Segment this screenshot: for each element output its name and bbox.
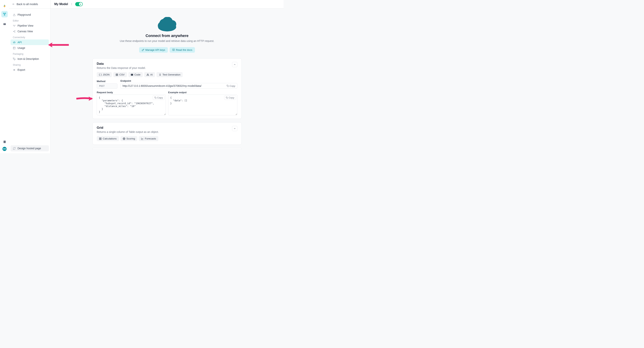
request-body-col: Request body Copy{ "parameters": { "hubs… — [97, 91, 166, 115]
sidebar-item-pipeline[interactable]: Pipeline View — [10, 23, 49, 29]
sidebar-section-editor: Editor — [10, 18, 49, 23]
sidebar-item-playground[interactable]: Playground — [10, 12, 49, 18]
svg-rect-8 — [14, 26, 15, 27]
svg-point-14 — [72, 4, 72, 4]
copy-output-button[interactable]: Copy — [224, 96, 236, 100]
toggle-knob — [79, 3, 82, 6]
sidebar-item-usage[interactable]: Usage — [10, 45, 49, 51]
back-to-models-link[interactable]: Back to all models — [12, 3, 38, 6]
data-tabs: JSON CSV Code AI Text Generation — [97, 72, 237, 77]
sidebar-section-sharing: Sharing — [10, 62, 49, 67]
copy-label: Copy — [157, 96, 163, 99]
tab-calculations[interactable]: Calculations — [97, 136, 119, 141]
svg-rect-7 — [15, 25, 16, 26]
rail-models-icon[interactable] — [1, 11, 8, 17]
copy-label: Copy — [230, 85, 235, 87]
request-body-label: Request body — [97, 91, 166, 94]
sidebar-section-packaging: Packaging — [10, 51, 49, 56]
copy-request-button[interactable]: Copy — [153, 96, 164, 100]
svg-rect-6 — [13, 25, 14, 26]
hero-subtitle: Use these endpoints to run your model an… — [54, 40, 280, 43]
example-output-col: Example output Copy{ "data": [] } — [168, 91, 237, 115]
tab-csv[interactable]: CSV — [113, 72, 127, 77]
svg-rect-21 — [227, 86, 229, 87]
svg-rect-12 — [13, 47, 15, 49]
sidebar-item-api[interactable]: API — [10, 40, 49, 45]
tab-label: AI — [150, 73, 153, 76]
topbar: My Model — [50, 0, 284, 9]
tab-json[interactable]: JSON — [97, 72, 112, 77]
svg-point-11 — [15, 32, 15, 33]
request-body-box[interactable]: Copy{ "parameters": { "hubspot_record_id… — [97, 95, 166, 115]
sidebar-item-label: Pipeline View — [18, 24, 33, 27]
example-output-content: { "data": [] } — [170, 96, 187, 105]
tab-scoring[interactable]: Scoring — [120, 136, 138, 141]
svg-rect-5 — [4, 141, 6, 143]
sidebar-body: Playground Editor Pipeline View Canvas V… — [9, 9, 50, 74]
svg-rect-4 — [4, 23, 6, 24]
copy-label: Copy — [229, 96, 234, 99]
sidebar-item-canvas[interactable]: Canvas View — [10, 29, 49, 34]
svg-rect-22 — [155, 97, 156, 99]
svg-rect-20 — [131, 74, 133, 76]
design-hosted-page-button[interactable]: Design hosted page — [10, 145, 49, 151]
model-enabled-toggle[interactable] — [75, 2, 83, 6]
hero-title: Connect from anywhere — [54, 34, 280, 38]
tab-text-generation[interactable]: Text Generation — [156, 72, 183, 77]
tab-label: Forecasts — [145, 137, 156, 140]
sidebar-item-export[interactable]: Export — [10, 67, 49, 73]
card-header: Data Returns the Data response of your m… — [97, 62, 237, 70]
svg-rect-25 — [100, 138, 101, 138]
copy-endpoint-button[interactable]: Copy — [226, 85, 235, 87]
endpoint-row: Method POST Endpoint http://127.0.0.1:80… — [97, 80, 237, 89]
button-label: Read the docs — [176, 49, 192, 51]
card-header: Grid Returns a single column of Table ou… — [97, 126, 237, 133]
endpoint-value[interactable]: http://127.0.0.1:8000/usesummitcom-41lgw… — [122, 84, 226, 87]
example-output-label: Example output — [168, 91, 237, 94]
svg-point-9 — [14, 31, 14, 32]
request-body-content: { "parameters": { "hubspot_record_id": "… — [99, 96, 154, 113]
rail-help-icon[interactable] — [1, 139, 8, 145]
tab-forecasts[interactable]: Forecasts — [139, 136, 158, 141]
svg-point-18 — [167, 21, 174, 27]
card-subtitle: Returns a single column of Table output … — [97, 130, 159, 133]
svg-rect-23 — [226, 97, 228, 99]
svg-point-10 — [15, 30, 15, 31]
tab-ai[interactable]: AI — [144, 72, 155, 77]
read-docs-button[interactable]: Read the docs — [170, 47, 195, 53]
expand-button[interactable] — [232, 126, 237, 131]
svg-rect-19 — [116, 74, 118, 76]
next-card-peek — [92, 148, 242, 150]
tab-label: Calculations — [103, 137, 117, 140]
tab-label: JSON — [103, 73, 110, 76]
sidebar-item-label: Export — [18, 68, 25, 71]
sidebar-item-label: Canvas View — [18, 30, 33, 33]
example-output-box[interactable]: Copy{ "data": [] } — [168, 95, 237, 115]
sidebar-footer: Design hosted page — [10, 145, 49, 151]
svg-point-29 — [123, 138, 124, 139]
tab-code[interactable]: Code — [128, 72, 143, 77]
sidebar-item-icon-description[interactable]: Icon & Description — [10, 56, 49, 62]
collapse-button[interactable] — [232, 62, 237, 67]
card-title: Grid — [97, 126, 159, 130]
model-title: My Model — [54, 3, 68, 6]
method-field: Method POST — [97, 80, 118, 89]
left-rail: WM — [0, 0, 9, 153]
endpoint-label: Endpoint — [120, 80, 237, 82]
data-card: Data Returns the Data response of your m… — [92, 58, 242, 119]
rail-database-icon[interactable] — [1, 21, 8, 27]
grid-card: Grid Returns a single column of Table ou… — [92, 122, 242, 145]
tab-label: CSV — [119, 73, 124, 76]
tab-label: Text Generation — [162, 73, 180, 76]
button-label: Manage API keys — [145, 49, 165, 51]
svg-rect-27 — [100, 139, 101, 140]
hosted-button-label: Design hosted page — [18, 147, 41, 150]
sidebar-item-label: Usage — [18, 47, 25, 50]
manage-api-keys-button[interactable]: Manage API keys — [139, 47, 168, 53]
tab-label: Scoring — [126, 137, 135, 140]
sidebar-top: Back to all models — [9, 0, 50, 9]
rail-bottom: WM — [0, 139, 9, 151]
user-avatar[interactable]: WM — [2, 147, 6, 151]
model-menu-button[interactable] — [70, 3, 73, 6]
svg-point-15 — [72, 5, 72, 5]
